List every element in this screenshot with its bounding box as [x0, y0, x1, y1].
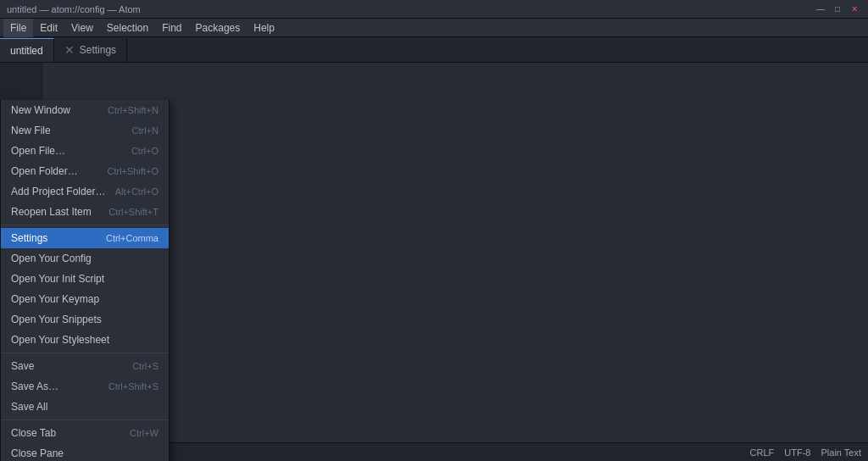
menu-open-init-script[interactable]: Open Your Init Script — [1, 269, 169, 289]
title-bar: untitled — atom://config — Atom — □ ✕ — [0, 0, 868, 19]
menu-open-file[interactable]: Open File… Ctrl+O — [1, 141, 169, 161]
menu-reopen-last-item[interactable]: Reopen Last Item Ctrl+Shift+T — [1, 202, 169, 222]
menu-edit[interactable]: Edit — [33, 19, 64, 37]
menu-open-stylesheet[interactable]: Open Your Stylesheet — [1, 330, 169, 350]
file-menu: New Window Ctrl+Shift+N New File Ctrl+N … — [0, 100, 170, 461]
tab-settings[interactable]: ✕ Settings — [54, 38, 127, 62]
minimize-button[interactable]: — — [814, 3, 827, 15]
menu-help[interactable]: Help — [247, 19, 281, 37]
menu-save[interactable]: Save Ctrl+S — [1, 356, 169, 376]
menu-close-tab[interactable]: Close Tab Ctrl+W — [1, 423, 169, 443]
menu-new-file[interactable]: New File Ctrl+N — [1, 120, 169, 141]
menu-file[interactable]: File — [3, 19, 33, 37]
menu-settings[interactable]: Settings Ctrl+Comma — [1, 228, 169, 248]
menu-view[interactable]: View — [64, 19, 100, 37]
menu-new-window[interactable]: New Window Ctrl+Shift+N — [1, 100, 169, 120]
menu-bar: File Edit View Selection Find Packages H… — [0, 19, 868, 37]
menu-open-folder[interactable]: Open Folder… Ctrl+Shift+O — [1, 161, 169, 181]
tab-untitled[interactable]: untitled — [0, 38, 54, 62]
tab-close-icon[interactable]: ✕ — [64, 43, 75, 57]
close-button[interactable]: ✕ — [848, 3, 861, 15]
menu-open-config[interactable]: Open Your Config — [1, 248, 169, 269]
menu-close-pane[interactable]: Close Pane — [1, 443, 169, 461]
tab-label: untitled — [10, 45, 43, 57]
menu-packages[interactable]: Packages — [189, 19, 248, 37]
separator-3 — [1, 419, 169, 420]
menu-add-project-folder[interactable]: Add Project Folder… Alt+Ctrl+O — [1, 181, 169, 202]
menu-open-keymap[interactable]: Open Your Keymap — [1, 289, 169, 309]
menu-find[interactable]: Find — [155, 19, 188, 37]
tab-bar: untitled ✕ Settings — [0, 37, 868, 63]
maximize-button[interactable]: □ — [831, 3, 844, 15]
tab-label: Settings — [80, 44, 116, 56]
separator-1 — [1, 225, 169, 225]
menu-save-as[interactable]: Save As… Ctrl+Shift+S — [1, 376, 169, 397]
title-text: untitled — atom://config — Atom — [7, 4, 141, 14]
menu-save-all[interactable]: Save All — [1, 397, 169, 417]
dropdown-overlay: New Window Ctrl+Shift+N New File Ctrl+N … — [0, 100, 868, 461]
window-controls: — □ ✕ — [814, 3, 861, 15]
menu-open-snippets[interactable]: Open Your Snippets — [1, 309, 169, 330]
separator-2 — [1, 353, 169, 353]
menu-selection[interactable]: Selection — [100, 19, 155, 37]
